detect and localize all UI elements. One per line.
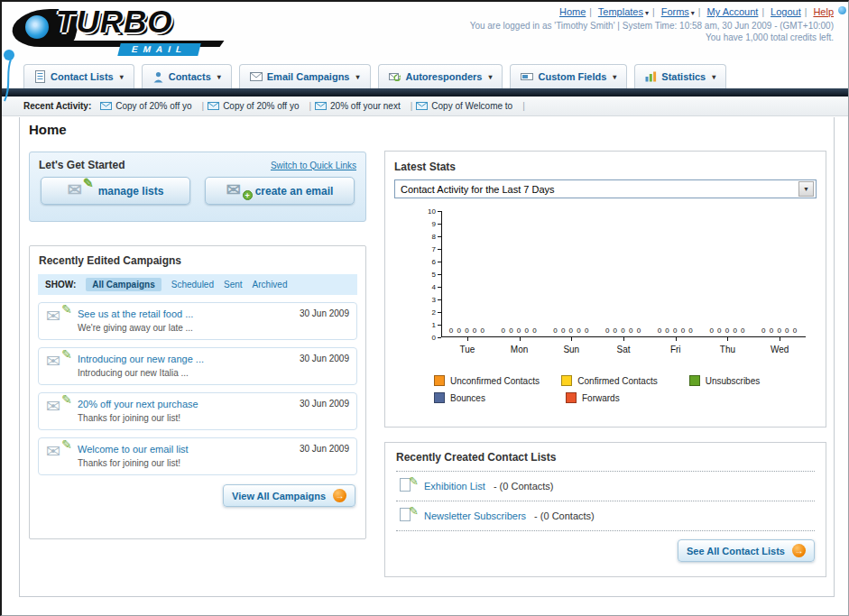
login-info: You are logged in as 'Timothy Smith' | S… bbox=[470, 21, 834, 31]
recent-activity-item: Copy of 20% off yo bbox=[100, 101, 204, 111]
main-content: Home Let's Get Started Switch to Quick L… bbox=[19, 117, 835, 597]
manage-lists-label: manage lists bbox=[98, 185, 164, 198]
campaigns-filter-tabs: SHOW: All Campaigns Scheduled Sent Archi… bbox=[38, 274, 357, 295]
switch-quick-links-link[interactable]: Switch to Quick Links bbox=[271, 161, 356, 170]
campaign-list-item: ✉✎ See us at the retail food ... We're g… bbox=[38, 302, 357, 340]
page-title: Home bbox=[29, 122, 67, 137]
view-all-campaigns-button[interactable]: View All Campaigns → bbox=[223, 484, 355, 507]
latest-stats-title: Latest Stats bbox=[394, 161, 817, 173]
arrow-right-icon: → bbox=[792, 544, 806, 557]
tab-archived[interactable]: Archived bbox=[253, 280, 288, 290]
chart-category-label: Sun bbox=[545, 345, 597, 354]
campaign-date: 30 Jun 2009 bbox=[300, 444, 349, 454]
nav-tab-contact-lists[interactable]: Contact Lists ▾ bbox=[23, 64, 134, 88]
legend-item: Forwards bbox=[566, 392, 697, 403]
nav-tab-autoresponders[interactable]: Autoresponders ▾ bbox=[378, 64, 503, 88]
nav-tab-label: Email Campaigns bbox=[267, 71, 350, 82]
nav-link-forms[interactable]: Forms bbox=[661, 6, 689, 17]
nav-tab-contacts[interactable]: Contacts ▾ bbox=[142, 64, 232, 88]
campaign-title-link[interactable]: Introducing our new range ... bbox=[78, 354, 291, 364]
campaign-title-link[interactable]: Welcome to our email list bbox=[78, 444, 291, 455]
chevron-down-icon: ▾ bbox=[613, 73, 616, 81]
campaign-title-link[interactable]: See us at the retail food ... bbox=[78, 308, 291, 319]
campaign-list-item: ✉✎ Welcome to our email list Thanks for … bbox=[38, 437, 357, 475]
top-right-area: Home Templates▾ Forms▾ My Account Logout… bbox=[470, 6, 834, 42]
recent-activity-item: 20% off your next bbox=[315, 101, 412, 111]
logo-title: TURBO bbox=[56, 4, 172, 40]
select-dropdown-icon: ▼ bbox=[798, 181, 814, 197]
nav-link-home[interactable]: Home bbox=[559, 6, 586, 17]
tab-sent[interactable]: Sent bbox=[224, 280, 243, 290]
chart-category-group: 0 0 0 0 0Fri bbox=[650, 337, 702, 363]
envelope-plus-icon: ✉ + bbox=[226, 183, 248, 199]
stats-period-select[interactable]: Contact Activity for the Last 7 Days ▼ bbox=[394, 179, 817, 198]
logo-subtitle: EMAIL bbox=[117, 43, 201, 56]
recent-activity-link[interactable]: Copy of 20% off yo bbox=[223, 101, 299, 111]
nav-link-my-account[interactable]: My Account bbox=[707, 6, 759, 17]
chevron-down-icon: ▾ bbox=[217, 73, 221, 81]
autoresponders-icon bbox=[389, 71, 401, 82]
chart-category-label: Fri bbox=[650, 345, 702, 354]
legend-item: Bounces bbox=[434, 392, 566, 403]
credits-info: You have 1,000 total credits left. bbox=[470, 32, 834, 42]
chart-category-label: Thu bbox=[702, 345, 754, 354]
chart-values: 0 0 0 0 0 bbox=[702, 326, 754, 335]
contact-list-link[interactable]: Newsletter Subscribers bbox=[424, 510, 526, 521]
chart-values: 0 0 0 0 0 bbox=[494, 326, 546, 335]
nav-link-templates[interactable]: Templates bbox=[598, 6, 643, 17]
nav-tab-label: Statistics bbox=[661, 71, 706, 82]
top-header: TURBO EMAIL Home Templates▾ Forms▾ My Ac… bbox=[2, 2, 848, 60]
see-all-contact-lists-button[interactable]: See All Contact Lists → bbox=[678, 539, 815, 562]
chart-category-label: Mon bbox=[494, 345, 546, 354]
recent-contact-lists-panel: Recently Created Contact Lists ✎ Exhibit… bbox=[384, 442, 826, 577]
get-started-title: Let's Get Started bbox=[39, 159, 125, 171]
app-window: TURBO EMAIL Home Templates▾ Forms▾ My Ac… bbox=[0, 0, 849, 616]
contact-list-item: ✎ Exhibition List - (0 Contacts) bbox=[396, 472, 815, 501]
app-logo[interactable]: TURBO EMAIL bbox=[13, 4, 256, 56]
decorative-dot-icon bbox=[838, 6, 846, 14]
separator bbox=[586, 6, 595, 17]
view-all-campaigns-label: View All Campaigns bbox=[232, 491, 326, 501]
nav-link-logout[interactable]: Logout bbox=[771, 6, 801, 17]
chart-category-group: 0 0 0 0 0Tue bbox=[441, 337, 494, 363]
tab-scheduled[interactable]: Scheduled bbox=[171, 280, 214, 290]
recent-activity-link[interactable]: Copy of Welcome to bbox=[431, 101, 512, 111]
campaign-date: 30 Jun 2009 bbox=[300, 354, 349, 363]
recent-campaigns-title: Recently Edited Campaigns bbox=[39, 254, 357, 267]
edit-list-icon: ✎ bbox=[398, 478, 416, 494]
edit-campaign-icon: ✉✎ bbox=[46, 399, 69, 417]
legend-swatch bbox=[561, 375, 572, 386]
envelope-icon bbox=[208, 102, 219, 110]
latest-stats-chart: 109876543210 0 0 0 0 0Tue0 0 0 0 0Mon0 0… bbox=[394, 207, 817, 363]
email-campaigns-icon bbox=[250, 72, 263, 81]
chart-category-label: Wed bbox=[753, 345, 806, 354]
main-nav: Contact Lists ▾ Contacts ▾ Email Campaig… bbox=[2, 61, 848, 88]
campaign-subtitle: Thanks for joining our list! bbox=[78, 413, 291, 423]
nav-divider-bar bbox=[2, 88, 848, 97]
chart-values: 0 0 0 0 0 bbox=[753, 326, 806, 335]
nav-tab-label: Contact Lists bbox=[51, 71, 114, 82]
recent-contact-lists-title: Recently Created Contact Lists bbox=[396, 451, 815, 464]
separator bbox=[695, 6, 705, 17]
create-email-button[interactable]: ✉ + create an email bbox=[205, 177, 355, 205]
recent-activity-link[interactable]: Copy of 20% off yo bbox=[115, 101, 191, 111]
manage-lists-button[interactable]: ✉ ✎ manage lists bbox=[41, 177, 190, 205]
chart-values: 0 0 0 0 0 bbox=[597, 326, 650, 335]
campaign-date: 30 Jun 2009 bbox=[300, 399, 349, 409]
campaign-list-item: ✉✎ Introducing our new range ... Introdu… bbox=[38, 347, 357, 385]
recent-activity-link[interactable]: 20% off your next bbox=[330, 101, 401, 111]
envelope-icon bbox=[416, 102, 428, 110]
see-all-contact-lists-label: See All Contact Lists bbox=[687, 546, 785, 556]
create-email-label: create an email bbox=[255, 185, 334, 198]
contact-list-link[interactable]: Exhibition List bbox=[424, 481, 485, 492]
chart-values: 0 0 0 0 0 bbox=[441, 326, 494, 335]
pencil-page-icon: ✉ ✎ bbox=[68, 182, 91, 200]
nav-tab-statistics[interactable]: Statistics ▾ bbox=[634, 64, 726, 88]
campaign-title-link[interactable]: 20% off your next purchase bbox=[78, 399, 291, 409]
nav-link-help[interactable]: Help bbox=[813, 6, 834, 17]
nav-tab-custom-fields[interactable]: Custom Fields ▾ bbox=[510, 64, 627, 88]
divider bbox=[396, 530, 815, 531]
chevron-down-icon: ▾ bbox=[355, 73, 359, 81]
nav-tab-email-campaigns[interactable]: Email Campaigns ▾ bbox=[239, 64, 371, 88]
tab-all-campaigns[interactable]: All Campaigns bbox=[86, 278, 161, 291]
